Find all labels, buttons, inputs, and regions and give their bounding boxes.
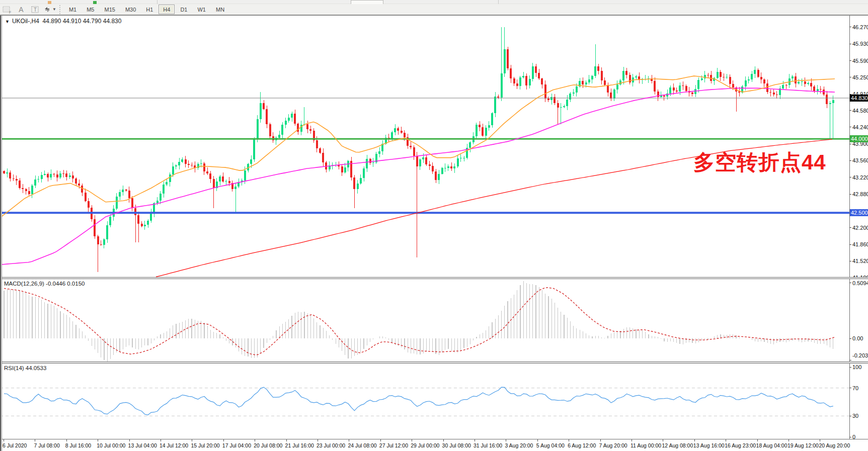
chart-title: ▼UKOil-,H4 44.890 44.910 44.790 44.830 [5, 18, 121, 25]
time-axis-label: 31 Jul 16:00 [474, 442, 502, 448]
price-axis-rail [849, 16, 850, 277]
time-tick [318, 439, 318, 441]
timeframe-button-m1[interactable]: M1 [64, 5, 81, 14]
truncated-button [351, 0, 383, 4]
templates-grid-icon[interactable]: F [1, 5, 13, 15]
timeframe-button-h4[interactable]: H4 [159, 5, 175, 14]
time-tick [757, 439, 758, 441]
time-tick [600, 439, 601, 441]
rsi-label: RSI(14) 44.0533 [4, 365, 46, 371]
svg-text:T: T [34, 7, 37, 13]
time-axis-label: 7 Aug 20:00 [599, 442, 627, 448]
price-badge: 44.000 [850, 135, 868, 142]
time-axis-label: 20 Aug 20:00 [819, 442, 850, 448]
price-tick [849, 127, 851, 127]
time-tick [286, 439, 287, 441]
time-tick [161, 439, 161, 441]
macd-tick [849, 360, 851, 360]
rsi-chart-canvas[interactable] [0, 364, 849, 439]
indicators-dropdown-icon[interactable]: ▼ [43, 5, 56, 15]
rsi-axis-rail [849, 364, 850, 439]
time-axis-label: 20 Jul 08:00 [254, 442, 282, 448]
text-box-icon[interactable]: T [29, 5, 41, 15]
time-axis-label: 12 Aug 08:00 [662, 442, 693, 448]
time-axis-label: 23 Jul 00:00 [317, 442, 345, 448]
time-axis-label: 5 Aug 04:00 [536, 442, 565, 448]
time-tick [349, 439, 349, 441]
time-tick [380, 439, 381, 441]
rsi-panel: RSI(14) 44.0533 10070300 [0, 364, 868, 439]
timeframe-button-d1[interactable]: D1 [176, 5, 192, 14]
price-axis-label: 41.520 [852, 258, 868, 264]
price-axis-label: 45.930 [852, 41, 868, 47]
time-tick [475, 439, 475, 441]
timeframe-button-h1[interactable]: H1 [141, 5, 157, 14]
timeframe-button-mn[interactable]: MN [211, 5, 229, 14]
timeframe-button-w1[interactable]: W1 [193, 5, 210, 14]
time-tick [506, 439, 506, 441]
macd-chart-canvas[interactable] [0, 279, 849, 362]
time-tick [632, 439, 632, 441]
time-axis-label: 6 Aug 12:00 [568, 442, 596, 448]
panel-splitter[interactable] [0, 277, 868, 279]
time-axis-label: 11 Aug 00:00 [630, 442, 661, 448]
time-tick [98, 439, 98, 441]
time-tick [443, 439, 444, 441]
svg-text:F: F [9, 11, 11, 14]
price-axis-label: 41.860 [852, 241, 868, 247]
macd-label: MACD(12,26,9) -0.0446 0.0150 [4, 281, 85, 287]
chart-ohlc-values: 44.890 44.910 44.790 44.830 [43, 18, 122, 25]
time-tick [35, 439, 35, 441]
price-axis-label: 45.590 [852, 58, 868, 64]
chart-window: ▼UKOil-,H4 44.890 44.910 44.790 44.830 多… [0, 15, 868, 451]
panel-splitter[interactable] [0, 362, 868, 364]
timeframe-button-m5[interactable]: M5 [82, 5, 99, 14]
price-tick [849, 244, 851, 245]
main-chart-canvas[interactable] [0, 16, 849, 277]
timeframe-button-m15[interactable]: M15 [100, 5, 119, 14]
timeframe-button-m30[interactable]: M30 [121, 5, 140, 14]
price-axis-label: 42.200 [852, 225, 868, 231]
time-tick [223, 439, 224, 441]
time-axis-label: 6 Jul 2020 [3, 442, 27, 448]
time-axis-label: 3 Aug 20:00 [505, 442, 533, 448]
price-axis-label: 44.580 [852, 108, 868, 114]
price-tick [849, 44, 851, 44]
time-axis-label: 21 Jul 16:00 [285, 442, 314, 448]
time-axis[interactable]: 6 Jul 20207 Jul 08:008 Jul 16:0010 Jul 0… [0, 439, 868, 451]
time-axis-label: 15 Jul 20:00 [191, 442, 219, 448]
time-axis-label: 19 Aug 12:00 [787, 442, 819, 448]
time-tick [412, 439, 412, 441]
rsi-axis-label: 70 [852, 385, 858, 391]
price-badge: 42.500 [850, 209, 868, 216]
price-axis-label: 46.270 [852, 24, 868, 30]
price-axis-label: 45.250 [852, 74, 868, 80]
toolbar-separator [59, 5, 62, 14]
rsi-tick [849, 367, 851, 368]
rsi-axis-label: 100 [852, 364, 861, 370]
macd-axis-rail [849, 279, 850, 362]
time-tick [788, 439, 789, 441]
time-axis-label: 24 Jul 08:00 [348, 442, 376, 448]
window-left-edge [0, 16, 2, 451]
price-axis-label: 43.220 [852, 174, 868, 181]
time-tick [66, 439, 67, 441]
time-tick [537, 439, 538, 441]
price-tick [849, 27, 851, 27]
chevron-down-icon: ▼ [52, 7, 56, 12]
time-axis-label: 14 Jul 12:00 [160, 442, 188, 448]
price-tick [849, 261, 851, 261]
time-tick [4, 439, 4, 441]
time-tick [255, 439, 255, 441]
text-label-icon[interactable]: A [15, 5, 27, 15]
price-badge: 44.830 [850, 95, 868, 102]
macd-axis-label: -0.2032 [852, 352, 868, 358]
time-axis-label: 13 Jul 04:00 [128, 442, 157, 448]
time-axis-label: 18 Aug 04:00 [756, 442, 787, 448]
chart-dropdown-icon[interactable]: ▼ [5, 19, 10, 24]
time-tick [192, 439, 192, 441]
time-axis-label: 10 Jul 00:00 [97, 442, 125, 448]
macd-tick [849, 283, 851, 283]
price-tick [849, 194, 851, 195]
time-tick [820, 439, 820, 441]
